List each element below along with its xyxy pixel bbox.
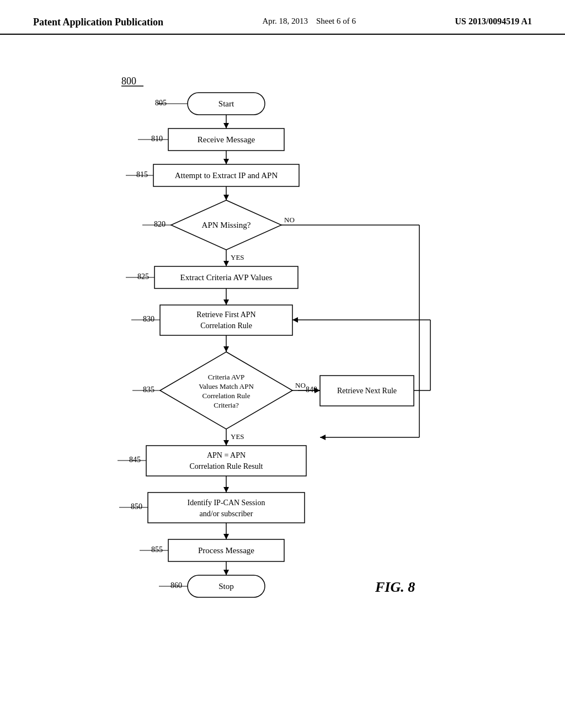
svg-marker-5	[223, 123, 229, 129]
svg-marker-45	[292, 317, 298, 323]
node-835-label: 835	[143, 386, 154, 394]
process-message-node: Process Message	[198, 546, 254, 555]
apn-missing-node: APN Missing?	[202, 221, 251, 229]
no-label-835: NO	[295, 381, 306, 389]
publication-date: Apr. 18, 2013 Sheet 6 of 6	[262, 17, 356, 26]
yes-label-820: YES	[231, 253, 244, 261]
svg-marker-31	[160, 352, 292, 429]
svg-rect-26	[160, 305, 292, 335]
apn-result-node: APN = APN	[207, 451, 246, 459]
criteria-avp-match-node: Criteria AVP	[208, 373, 245, 381]
start-node-label: Start	[218, 99, 234, 108]
extract-avp-node: Extract Criteria AVP Values	[180, 273, 273, 282]
svg-marker-13	[223, 195, 229, 200]
svg-rect-51	[148, 493, 305, 523]
node-820-label: 820	[154, 220, 166, 228]
svg-text:Values Match APN: Values Match APN	[199, 382, 254, 390]
node-845-label: 845	[129, 456, 141, 464]
figure-label: FIG. 8	[375, 579, 415, 595]
svg-marker-50	[223, 487, 229, 493]
publication-title: Patent Application Publication	[33, 17, 163, 28]
retrieve-first-apn-node: Retrieve First APN	[196, 311, 255, 319]
node-815-label: 815	[136, 170, 148, 179]
publication-number: US 2013/0094519 A1	[455, 17, 532, 26]
svg-text:and/or subscriber: and/or subscriber	[200, 510, 253, 518]
node-855-label: 855	[151, 545, 163, 554]
node-825-label: 825	[137, 272, 149, 281]
retrieve-next-rule-node: Retrieve Next Rule	[337, 387, 397, 395]
svg-rect-46	[146, 446, 306, 476]
svg-text:Criteria?: Criteria?	[214, 401, 239, 409]
svg-text:Correlation Rule: Correlation Rule	[202, 392, 250, 400]
extract-ip-apn-node: Attempt to Extract IP and APN	[175, 171, 278, 180]
node-805-label: 805	[155, 99, 167, 107]
svg-text:Correlation Rule Result: Correlation Rule Result	[190, 462, 263, 470]
node-840-label: 840	[306, 386, 317, 394]
figure-number: 800	[121, 76, 136, 87]
no-label-820: NO	[284, 216, 295, 224]
svg-marker-21	[320, 435, 326, 440]
yes-label-835: YES	[231, 432, 244, 441]
identify-session-node: Identify IP-CAN Session	[188, 499, 265, 507]
svg-marker-59	[223, 570, 229, 575]
svg-marker-9	[223, 159, 229, 164]
svg-marker-25	[223, 299, 229, 305]
node-850-label: 850	[131, 502, 142, 511]
svg-marker-17	[223, 261, 229, 266]
flowchart-diagram: 800 Start 805 Receive Message 810 Attemp…	[0, 35, 565, 697]
page-header: Patent Application Publication Apr. 18, …	[0, 0, 565, 35]
svg-marker-30	[223, 346, 229, 352]
node-810-label: 810	[151, 135, 163, 143]
svg-marker-37	[223, 440, 229, 446]
svg-marker-55	[223, 534, 229, 539]
node-830-label: 830	[143, 315, 154, 323]
stop-node: Stop	[218, 582, 234, 591]
node-860-label: 860	[170, 581, 182, 590]
receive-message-node: Receive Message	[198, 135, 255, 144]
svg-text:Correlation Rule: Correlation Rule	[200, 322, 252, 330]
